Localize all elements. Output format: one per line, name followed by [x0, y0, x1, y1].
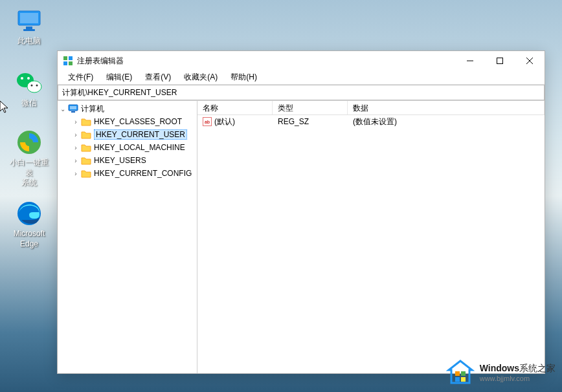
folder-icon	[81, 116, 91, 127]
content-area: ⌄ 计算机 › HKEY_CLASSES_ROOT › HKEY_CURRENT…	[58, 100, 545, 373]
column-name[interactable]: 名称	[197, 101, 273, 114]
titlebar[interactable]: 注册表编辑器	[58, 51, 545, 71]
wechat-icon	[16, 70, 42, 96]
svg-point-6	[27, 77, 30, 80]
svg-point-8	[31, 85, 33, 87]
svg-rect-12	[63, 56, 67, 60]
desktop-icon-label: Microsoft Edge	[14, 229, 45, 249]
svg-rect-27	[455, 377, 460, 382]
watermark-brand: Windows系统之家	[480, 363, 556, 375]
folder-icon	[81, 129, 91, 140]
tree-label: HKEY_LOCAL_MACHINE	[94, 143, 185, 152]
menu-file[interactable]: 文件(F)	[62, 71, 100, 84]
house-logo-icon	[446, 358, 475, 387]
list-pane[interactable]: 名称 类型 数据 ab (默认) REG_SZ (数值未设置)	[197, 101, 545, 373]
menu-edit[interactable]: 编辑(E)	[100, 71, 139, 84]
tree-node-hkcr[interactable]: › HKEY_CLASSES_ROOT	[58, 115, 197, 128]
edge-icon	[16, 201, 42, 226]
tree-label: HKEY_CURRENT_CONFIG	[94, 169, 192, 178]
expander-icon[interactable]: ›	[72, 170, 80, 177]
regedit-window: 注册表编辑器 文件(F) 编辑(E) 查看(V) 收藏夹(A) 帮助(H) 计算…	[57, 50, 545, 374]
desktop-icon-xiaobai[interactable]: 小白一键重装 系统	[6, 129, 52, 188]
computer-icon	[68, 103, 78, 114]
svg-rect-1	[20, 13, 38, 23]
menu-favorites[interactable]: 收藏夹(A)	[177, 71, 224, 84]
folder-icon	[81, 168, 91, 179]
svg-rect-26	[461, 371, 466, 376]
folder-icon	[81, 155, 91, 166]
expander-icon[interactable]: ›	[72, 131, 80, 138]
svg-rect-17	[497, 58, 503, 64]
tree-node-hklm[interactable]: › HKEY_LOCAL_MACHINE	[58, 141, 197, 154]
svg-point-7	[27, 81, 41, 93]
folder-icon	[81, 142, 91, 153]
watermark-url: www.bjjmlv.com	[480, 375, 556, 382]
minimize-button[interactable]	[455, 51, 485, 71]
tree-node-hkcc[interactable]: › HKEY_CURRENT_CONFIG	[58, 167, 197, 180]
expander-icon[interactable]: ⌄	[59, 105, 67, 113]
expander-icon[interactable]: ›	[72, 118, 80, 125]
desktop-icon-edge[interactable]: Microsoft Edge	[6, 201, 52, 249]
svg-rect-22	[71, 111, 75, 113]
maximize-button[interactable]	[485, 51, 515, 71]
list-row[interactable]: ab (默认) REG_SZ (数值未设置)	[197, 115, 545, 128]
desktop-icon-label: 此电脑	[17, 36, 41, 47]
tree-label: HKEY_USERS	[94, 156, 146, 165]
svg-rect-2	[26, 27, 32, 29]
monitor-icon	[16, 8, 42, 34]
address-text: 计算机\HKEY_CURRENT_USER	[62, 87, 177, 98]
desktop-icon-this-pc[interactable]: 此电脑	[6, 8, 52, 47]
menu-view[interactable]: 查看(V)	[139, 71, 177, 84]
menubar: 文件(F) 编辑(E) 查看(V) 收藏夹(A) 帮助(H)	[58, 71, 545, 85]
svg-rect-3	[23, 29, 35, 31]
value-type: REG_SZ	[273, 117, 348, 126]
tree-label: HKEY_CURRENT_USER	[94, 129, 187, 140]
watermark: Windows系统之家 www.bjjmlv.com	[446, 358, 556, 387]
tree-label: 计算机	[81, 103, 104, 114]
tree-pane[interactable]: ⌄ 计算机 › HKEY_CLASSES_ROOT › HKEY_CURRENT…	[58, 101, 197, 373]
svg-point-9	[36, 85, 38, 87]
desktop-icon-label: 小白一键重装 系统	[6, 158, 52, 188]
svg-point-5	[21, 77, 23, 80]
tree-label: HKEY_CLASSES_ROOT	[94, 117, 182, 126]
svg-text:ab: ab	[205, 120, 210, 124]
value-data: (数值未设置)	[348, 116, 545, 127]
tree-node-hkcu[interactable]: › HKEY_CURRENT_USER	[58, 128, 197, 141]
window-title: 注册表编辑器	[77, 56, 455, 67]
address-bar[interactable]: 计算机\HKEY_CURRENT_USER	[58, 85, 545, 100]
desktop-icon-wechat[interactable]: 微信	[6, 70, 52, 109]
desktop-icon-label: 微信	[21, 98, 37, 109]
svg-rect-21	[70, 106, 76, 109]
svg-rect-13	[69, 56, 73, 60]
svg-rect-28	[461, 377, 466, 382]
string-value-icon: ab	[203, 117, 212, 126]
expander-icon[interactable]: ›	[72, 157, 80, 164]
column-type[interactable]: 类型	[273, 101, 348, 114]
value-name: (默认)	[214, 116, 235, 127]
menu-help[interactable]: 帮助(H)	[224, 71, 264, 84]
svg-rect-15	[69, 61, 73, 65]
list-header[interactable]: 名称 类型 数据	[197, 101, 545, 115]
close-button[interactable]	[515, 51, 545, 71]
svg-rect-25	[455, 371, 460, 376]
window-controls	[455, 51, 545, 71]
svg-rect-14	[63, 61, 67, 65]
xiaobai-icon	[16, 129, 42, 155]
column-data[interactable]: 数据	[348, 101, 545, 114]
expander-icon[interactable]: ›	[72, 144, 80, 151]
tree-node-hku[interactable]: › HKEY_USERS	[58, 154, 197, 167]
cursor-icon	[0, 101, 10, 111]
regedit-icon	[63, 56, 73, 66]
tree-node-computer[interactable]: ⌄ 计算机	[58, 102, 197, 115]
